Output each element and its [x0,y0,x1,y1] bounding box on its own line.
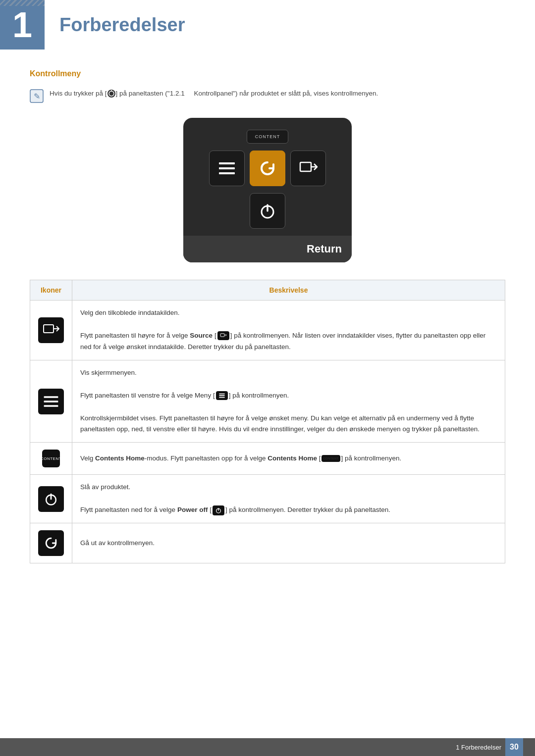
chapter-num: 1 [12,7,32,43]
desc-cell-source: Velg den tilkoblede inndatakilden. Flytt… [72,301,505,360]
desc-cell-content: Velg Contents Home-modus. Flytt paneltas… [72,443,505,475]
info-table: Ikoner Beskrivelse Velg den til [30,280,505,563]
page-header: 1 Forberedelser [0,0,535,50]
footer-label: 1 Forberedelser [456,744,501,751]
svg-rect-20 [219,395,224,396]
col-header-desc: Beskrivelse [72,280,505,301]
power-button-row [195,193,340,229]
return-button [250,151,285,186]
inline-power-icon [213,505,224,515]
svg-rect-5 [219,162,235,164]
power-icon [38,486,64,512]
svg-text:✎: ✎ [34,92,40,101]
section-heading: Kontrollmeny [30,69,505,78]
note-text: Hvis du trykker på [] på paneltasten ("1… [50,88,378,99]
control-panel: CONTENT [183,118,352,262]
chapter-number-block: 1 [0,0,45,50]
inline-source-icon [217,331,229,340]
svg-rect-12 [44,325,54,333]
table-row: Vis skjermmenyen. Flytt paneltasten til … [30,360,505,443]
return-bar: Return [183,236,352,262]
desc-cell-power: Slå av produktet. Flytt paneltasten ned … [72,475,505,523]
inline-menu-icon [216,391,228,400]
note-icon: ✎ [30,89,44,103]
icon-cell-return [30,523,72,563]
footer-text: 1 Forberedelser 30 [456,738,523,756]
content-button-top: CONTENT [195,130,340,144]
col-header-icons: Ikoner [30,280,72,301]
menu-icon [38,389,64,414]
source-button [290,151,326,186]
desc-cell-menu: Vis skjermmenyen. Flytt paneltasten til … [72,360,505,443]
chapter-title: Forberedelser [45,0,200,50]
desc-cell-return: Gå ut av kontrollmenyen. [72,523,505,563]
control-middle-row [195,151,340,186]
table-row: CONTENT Velg Contents Home-modus. Flytt … [30,443,505,475]
menu-button [209,151,245,186]
svg-rect-21 [219,397,224,398]
svg-rect-16 [44,396,58,398]
icon-cell-menu [30,360,72,443]
svg-rect-17 [44,401,58,403]
svg-rect-8 [300,162,311,171]
inline-content-icon: CONTENT [321,455,340,462]
content-icon: CONTENT [42,450,60,467]
table-row: Gå ut av kontrollmenyen. [30,523,505,563]
control-panel-wrapper: CONTENT [30,118,505,262]
icon-cell-content: CONTENT [30,443,72,475]
return-icon [38,530,64,556]
content-area: Kontrollmeny ✎ Hvis du trykker på [] på … [0,69,535,563]
note-block: ✎ Hvis du trykker på [] på paneltasten (… [30,88,505,103]
page-footer: 1 Forberedelser 30 [0,738,535,756]
svg-rect-18 [44,405,58,407]
source-icon [38,317,64,343]
table-row: Velg den tilkoblede inndatakilden. Flytt… [30,301,505,360]
power-button [250,193,285,229]
icon-cell-power [30,475,72,523]
content-label: CONTENT [247,130,289,144]
table-row: Slå av produktet. Flytt paneltasten ned … [30,475,505,523]
svg-rect-19 [219,394,224,395]
svg-rect-14 [220,334,224,337]
svg-rect-6 [219,167,235,169]
svg-rect-7 [219,172,235,174]
icon-cell-source [30,301,72,360]
footer-page-num: 30 [505,738,523,756]
